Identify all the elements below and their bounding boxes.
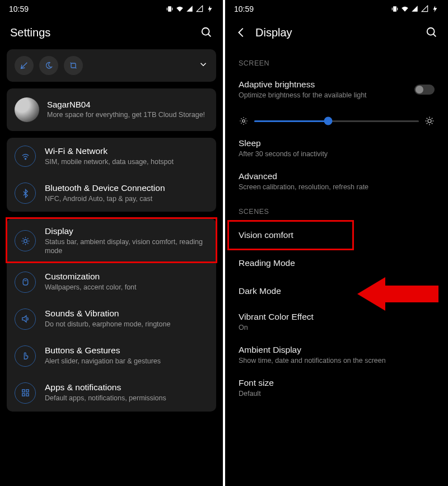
row-sub: On: [239, 324, 435, 331]
brightness-slider-row[interactable]: [235, 106, 438, 132]
svg-line-31: [241, 119, 242, 119]
buttons-icon: [15, 345, 36, 367]
signal-2-icon: [421, 5, 429, 13]
svg-line-42: [427, 123, 428, 124]
row-sub: SIM, mobile network, data usage, hotspot: [45, 157, 174, 166]
row-title: Bluetooth & Device Connection: [45, 183, 165, 193]
svg-line-43: [432, 118, 433, 119]
display-group: Display Status bar, ambient display, vis…: [7, 218, 216, 412]
apps-row[interactable]: Apps & notifications Default apps, notif…: [7, 375, 216, 412]
night-mode-icon[interactable]: [39, 56, 58, 75]
row-title: Wi-Fi & Network: [45, 146, 174, 156]
row-title: Buttons & Gestures: [45, 345, 161, 356]
bluetooth-icon: [15, 183, 36, 204]
advanced-row[interactable]: Advanced Screen calibration, resolution,…: [235, 165, 438, 198]
row-sub: Optimize brightness for the available li…: [239, 91, 414, 99]
svg-rect-22: [392, 8, 393, 11]
settings-screen: 10:59 Settings SagarNB04 More space fo: [0, 0, 223, 486]
svg-line-13: [27, 243, 28, 244]
customization-icon: [15, 272, 36, 293]
wifi-row[interactable]: Wi-Fi & Network SIM, mobile network, dat…: [7, 138, 216, 175]
customization-row[interactable]: Customization Wallpapers, accent color, …: [7, 264, 216, 301]
search-icon[interactable]: [426, 26, 438, 39]
bolt-icon: [431, 5, 439, 13]
svg-rect-23: [397, 8, 398, 11]
row-sub: Screen calibration, resolution, refresh …: [239, 183, 435, 191]
fontsize-row[interactable]: Font size Default: [235, 371, 438, 404]
brightness-high-icon: [424, 116, 435, 126]
row-sub: After 30 seconds of inactivity: [239, 150, 435, 158]
adaptive-toggle[interactable]: [414, 85, 435, 95]
row-title: Sleep: [239, 138, 435, 148]
chevron-down-icon[interactable]: [198, 59, 208, 72]
profile-sub: More space for everything, get 1TB Cloud…: [47, 110, 205, 120]
row-sub: Alert slider, navigation bar & gestures: [45, 357, 161, 366]
svg-line-4: [208, 34, 211, 37]
statusbar-right: 10:59: [225, 0, 448, 16]
network-group: Wi-Fi & Network SIM, mobile network, dat…: [7, 138, 216, 212]
search-icon[interactable]: [200, 26, 213, 39]
bluetooth-row[interactable]: Bluetooth & Device Connection NFC, Andro…: [7, 175, 216, 212]
row-title: Advanced: [239, 171, 435, 181]
row-title: Customization: [45, 272, 137, 282]
adaptive-brightness-row[interactable]: Adaptive brightness Optimize brightness …: [235, 73, 438, 106]
svg-line-34: [245, 119, 246, 119]
display-row[interactable]: Display Status bar, ambient display, vis…: [7, 218, 216, 264]
row-sub: Do not disturb, earphone mode, ringtone: [45, 320, 170, 329]
svg-rect-5: [71, 63, 76, 68]
statusbar-left: 10:59: [0, 0, 223, 16]
rotate-icon[interactable]: [64, 56, 83, 75]
status-icons: [391, 5, 439, 13]
svg-rect-17: [22, 390, 24, 392]
quick-settings-card[interactable]: [7, 49, 216, 82]
ambient-row[interactable]: Ambient Display Show time, date and noti…: [235, 338, 438, 371]
svg-line-25: [433, 34, 436, 37]
page-title: Settings: [10, 26, 193, 39]
status-icons: [166, 5, 214, 13]
data-saver-icon[interactable]: [15, 56, 34, 75]
brightness-thumb[interactable]: [324, 117, 333, 125]
row-title: Ambient Display: [239, 345, 435, 355]
sleep-row[interactable]: Sleep After 30 seconds of inactivity: [235, 132, 438, 165]
wifi-icon: [15, 146, 36, 167]
page-title: Display: [255, 26, 418, 39]
reading-mode-row[interactable]: Reading Mode: [235, 249, 438, 277]
brightness-fill: [254, 120, 328, 122]
back-icon[interactable]: [235, 26, 248, 39]
svg-line-33: [241, 123, 242, 123]
brightness-track[interactable]: [254, 120, 419, 122]
wifi-icon: [176, 5, 184, 13]
display-icon: [15, 230, 36, 251]
svg-line-12: [22, 238, 23, 239]
svg-rect-1: [167, 8, 167, 11]
clock: 10:59: [9, 4, 29, 13]
brightness-low-icon: [239, 116, 249, 126]
buttons-row[interactable]: Buttons & Gestures Alert slider, navigat…: [7, 338, 216, 375]
signal-2-icon: [196, 5, 204, 13]
row-sub: NFC, Android Auto, tap & pay, cast: [45, 194, 165, 203]
sounds-icon: [15, 309, 36, 330]
row-sub: Status bar, ambient display, vision comf…: [45, 237, 208, 256]
svg-rect-19: [22, 394, 24, 396]
svg-point-3: [202, 28, 209, 35]
clock: 10:59: [234, 4, 254, 13]
vision-comfort-row[interactable]: Vision comfort: [235, 221, 438, 249]
profile-name: SagarNB04: [47, 100, 205, 109]
sounds-row[interactable]: Sounds & Vibration Do not disturb, earph…: [7, 301, 216, 338]
row-sub: Wallpapers, accent color, font: [45, 283, 137, 292]
vibrate-icon: [166, 5, 174, 13]
svg-line-32: [245, 123, 246, 123]
svg-rect-0: [168, 6, 171, 11]
apps-icon: [15, 382, 36, 404]
svg-rect-2: [172, 8, 172, 11]
avatar: [15, 97, 39, 122]
profile-card[interactable]: SagarNB04 More space for everything, get…: [7, 88, 216, 131]
svg-rect-20: [26, 394, 28, 396]
svg-point-24: [427, 28, 435, 35]
svg-line-14: [22, 243, 23, 244]
svg-line-15: [27, 238, 28, 239]
wifi-icon: [401, 5, 409, 13]
section-scenes: SCENES: [235, 198, 438, 221]
signal-icon: [411, 5, 419, 13]
section-screen: SCREEN: [235, 49, 438, 73]
